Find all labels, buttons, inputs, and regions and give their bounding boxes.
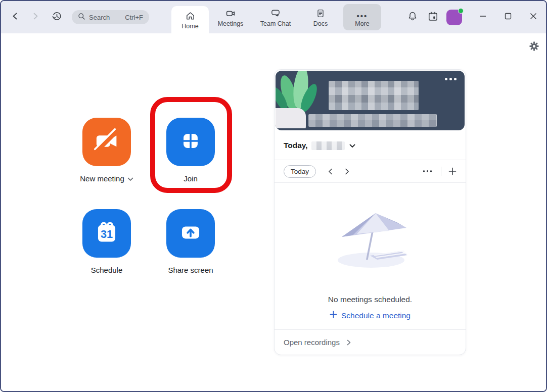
chevron-down-icon [349,141,355,150]
join-button[interactable] [166,118,215,166]
svg-text:31: 31 [101,228,113,240]
meetings-panel: Today, Today [274,69,466,355]
tab-label: Team Chat [260,20,291,27]
minimize-icon [479,13,486,22]
join-action: Join [150,118,231,183]
empty-message: No meetings scheduled. [328,295,412,304]
tab-label: Home [181,23,198,30]
chat-bubbles-icon [270,8,281,19]
tab-more[interactable]: ••• More [343,4,381,30]
calendar-button[interactable] [425,10,440,25]
schedule-action: 31 Schedule [66,209,147,274]
blurred-date [308,114,437,127]
history-icon [51,11,63,24]
tab-label: More [355,20,369,27]
more-options-button[interactable] [421,168,434,174]
plus-icon [330,311,337,320]
close-button[interactable] [525,9,542,26]
video-off-icon [91,125,122,159]
tab-meetings[interactable]: Meetings [209,1,252,33]
presence-dot [458,8,464,14]
divider [441,167,441,176]
notifications-button[interactable] [405,10,420,25]
schedule-calendar-icon: 31 [91,217,122,250]
home-icon [185,10,196,21]
calendar-toolbar: Today [275,160,466,182]
chevron-left-icon [12,12,19,22]
schedule-label[interactable]: Schedule [66,266,147,274]
zoom-app-window: Search Ctrl+F Home Meetings [0,0,547,392]
chevron-right-icon [347,339,351,346]
new-meeting-label[interactable]: New meeting [66,174,147,183]
blurred-date-chip [311,141,345,150]
date-selector[interactable]: Today, [275,131,466,160]
document-icon [315,8,326,19]
bell-icon [407,11,418,24]
join-plus-icon [175,125,206,159]
tab-label: Meetings [218,20,244,27]
titlebar: Search Ctrl+F Home Meetings [1,1,546,33]
search-placeholder: Search [89,14,110,21]
tab-label: Docs [313,20,328,27]
blurred-time [329,81,419,110]
chevron-down-icon [127,174,133,183]
umbrella-illustration [328,208,413,274]
settings-button[interactable] [527,40,540,54]
calendar-icon [427,11,439,24]
search-icon [78,13,85,22]
search-input[interactable]: Search Ctrl+F [72,10,149,24]
schedule-button[interactable]: 31 [82,209,131,258]
history-button[interactable] [50,10,64,24]
share-screen-icon [175,217,206,250]
search-shortcut: Ctrl+F [125,14,143,21]
maximize-button[interactable] [499,9,517,26]
new-meeting-action: New meeting [66,118,147,183]
tab-docs[interactable]: Docs [304,1,337,33]
titlebar-right [405,9,546,26]
open-recordings-link[interactable]: Open recordings [275,329,466,355]
tab-team-chat[interactable]: Team Chat [252,1,299,33]
schedule-meeting-link[interactable]: Schedule a meeting [330,311,411,320]
back-button[interactable] [8,10,22,24]
tab-home[interactable]: Home [171,6,209,33]
maximize-icon [505,13,512,22]
share-screen-button[interactable] [166,209,215,258]
profile-avatar[interactable] [446,10,462,25]
empty-state: No meetings scheduled. Schedule a meetin… [275,183,466,329]
video-camera-icon [225,8,236,19]
minimize-button[interactable] [474,9,491,26]
ellipsis-icon: ••• [357,8,368,19]
chevron-right-icon [32,12,39,22]
prev-day-button[interactable] [328,168,333,175]
forward-button[interactable] [28,10,42,24]
home-content: New meeting Join [1,33,546,392]
share-screen-action: Share screen [150,209,231,274]
tab-bar: Home Meetings Team Chat [171,1,381,33]
today-button[interactable]: Today [284,165,316,178]
banner-card [276,71,465,130]
new-meeting-button[interactable] [82,118,131,166]
next-day-button[interactable] [345,168,349,175]
gear-icon [529,41,539,54]
banner-menu-button[interactable] [445,78,457,80]
share-screen-label[interactable]: Share screen [150,266,231,274]
date-prefix: Today, [284,141,308,150]
join-label[interactable]: Join [150,174,231,183]
add-meeting-button[interactable] [448,167,457,175]
close-icon [530,13,537,22]
